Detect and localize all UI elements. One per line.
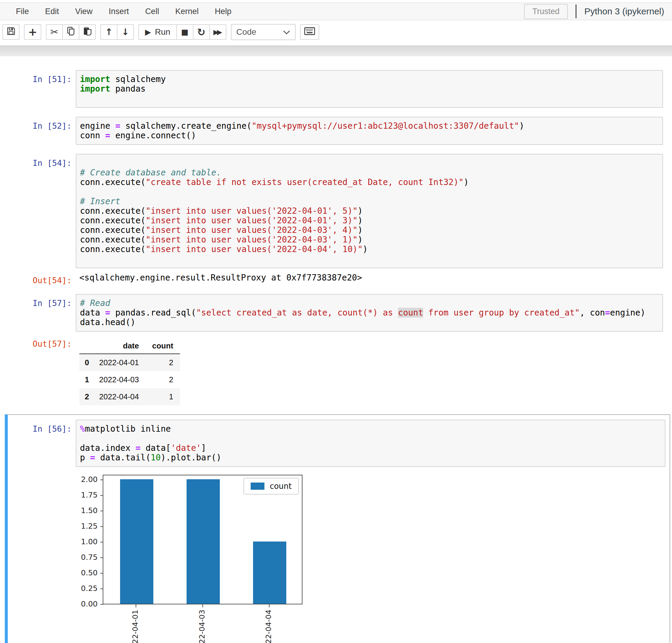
x-tick-label: 2022-04-03 xyxy=(197,610,206,643)
restart-icon: ↻ xyxy=(197,27,205,37)
code-line: conn = engine.connect() xyxy=(80,131,659,141)
kernel-divider xyxy=(576,4,576,18)
jupyter-notebook-app: File Edit View Insert Cell Kernel Help T… xyxy=(0,0,672,643)
command-palette-button[interactable] xyxy=(300,24,319,40)
menubar-right: Trusted Python 3 (ipykernel) xyxy=(524,4,664,19)
kernel-indicator: Python 3 (ipykernel) xyxy=(584,6,664,16)
code-cell-52[interactable]: In [52]: engine = sqlalchemy.create_engi… xyxy=(5,117,667,145)
code-cell-51[interactable]: In [51]: import sqlalchemyimport pandas xyxy=(5,70,667,108)
plot-area: count xyxy=(103,475,302,604)
play-icon: ▶ xyxy=(145,28,151,36)
input-prompt: In [56]: xyxy=(8,420,76,467)
save-button[interactable] xyxy=(2,24,20,40)
code-line xyxy=(80,187,659,197)
move-cell-down-button[interactable]: ↓ xyxy=(117,24,134,40)
code-line: conn.execute("insert into user values('2… xyxy=(80,235,659,245)
code-cell-54[interactable]: In [54]: # Create database and table.con… xyxy=(5,154,667,285)
input-prompt: In [54]: xyxy=(5,154,76,268)
legend-swatch xyxy=(251,483,264,490)
x-tick-label: 2022-04-04 xyxy=(264,610,273,643)
y-tick-mark xyxy=(100,589,103,589)
dataframe-table: datecount02022-04-01212022-04-03222022-0… xyxy=(79,339,180,405)
table-row: 22022-04-041 xyxy=(79,388,180,405)
legend-label: count xyxy=(270,482,292,490)
cell-type-select[interactable]: Code xyxy=(231,24,296,40)
paste-cell-button[interactable] xyxy=(79,24,96,40)
cell-type-value: Code xyxy=(236,27,256,37)
menu-view[interactable]: View xyxy=(67,7,100,16)
column-header: date xyxy=(93,339,145,354)
x-tick-mark xyxy=(202,604,203,607)
stop-icon: ■ xyxy=(181,28,189,36)
x-tick-mark xyxy=(136,604,136,607)
bar xyxy=(187,479,220,604)
code-cell-56-selected[interactable]: In [56]: %matplotlib inline data.index =… xyxy=(5,414,670,643)
y-tick-mark xyxy=(100,604,103,605)
code-editor[interactable]: import sqlalchemyimport pandas xyxy=(76,70,663,108)
chart-legend: count xyxy=(243,478,299,495)
menu-edit[interactable]: Edit xyxy=(37,7,68,16)
code-line: conn.execute("create table if not exists… xyxy=(80,178,659,187)
code-cell-57[interactable]: In [57]: # Readdata = pandas.read_sql("s… xyxy=(5,294,667,405)
y-tick-label: 1.50 xyxy=(71,506,98,515)
restart-kernel-button[interactable]: ↻ xyxy=(193,24,210,40)
move-cell-up-button[interactable]: ↑ xyxy=(100,24,117,40)
copy-cell-button[interactable] xyxy=(62,24,79,40)
y-tick-label: 1.00 xyxy=(71,537,98,546)
code-line: # Insert xyxy=(80,197,659,206)
run-button[interactable]: ▶ Run xyxy=(139,24,177,40)
y-tick-mark xyxy=(100,573,103,573)
y-tick-mark xyxy=(100,557,103,558)
arrow-up-icon: ↑ xyxy=(105,27,112,37)
result-proxy-output: <sqlalchemy.engine.result.ResultProxy at… xyxy=(76,271,667,285)
code-editor[interactable]: engine = sqlalchemy.create_engine("mysql… xyxy=(76,117,663,145)
y-tick-label: 0.50 xyxy=(71,569,98,577)
bar-chart-figure: count0.000.250.500.751.001.251.501.752.0… xyxy=(71,471,407,643)
menu-cell[interactable]: Cell xyxy=(137,7,167,16)
menu-insert[interactable]: Insert xyxy=(100,7,137,16)
bar xyxy=(120,479,153,604)
x-tick-mark xyxy=(269,604,269,607)
cut-cell-button[interactable]: ✂ xyxy=(46,24,63,40)
restart-run-all-button[interactable]: ▶▶ xyxy=(209,24,226,40)
menu-kernel[interactable]: Kernel xyxy=(167,7,207,16)
code-line: data.head() xyxy=(80,318,659,327)
code-line: # Create database and table. xyxy=(80,168,659,178)
y-tick-label: 1.75 xyxy=(71,490,98,499)
column-header: count xyxy=(145,339,180,354)
trusted-button[interactable]: Trusted xyxy=(524,4,568,19)
code-line: conn.execute("insert into user values('2… xyxy=(80,206,659,216)
y-tick-mark xyxy=(100,511,103,511)
notebook-container: In [51]: import sqlalchemyimport pandas … xyxy=(0,56,672,643)
copy-icon xyxy=(67,27,75,38)
y-tick-mark xyxy=(100,526,103,527)
input-prompt: In [57]: xyxy=(5,294,76,332)
code-editor[interactable]: %matplotlib inline data.index = data['da… xyxy=(76,420,665,467)
plus-icon: + xyxy=(28,27,37,37)
scissors-icon: ✂ xyxy=(50,27,58,37)
interrupt-kernel-button[interactable]: ■ xyxy=(176,24,193,40)
y-tick-mark xyxy=(100,495,103,496)
y-tick-label: 0.00 xyxy=(71,599,98,608)
input-prompt: In [51]: xyxy=(5,70,76,108)
input-prompt: In [52]: xyxy=(5,117,76,145)
chevron-down-icon xyxy=(283,27,290,37)
x-tick-label: 2022-04-01 xyxy=(131,610,140,643)
code-editor[interactable]: # Readdata = pandas.read_sql("select cre… xyxy=(76,294,663,332)
code-line: %matplotlib inline xyxy=(80,424,661,434)
y-tick-mark xyxy=(100,542,103,543)
menu-bar: File Edit View Insert Cell Kernel Help T… xyxy=(0,2,672,20)
arrow-down-icon: ↓ xyxy=(122,27,129,37)
code-line: data = pandas.read_sql("select created_a… xyxy=(80,308,659,318)
output-prompt: Out[54]: xyxy=(5,271,76,285)
menu-help[interactable]: Help xyxy=(207,7,240,16)
dataframe-output: datecount02022-04-01212022-04-03222022-0… xyxy=(76,335,667,405)
save-icon xyxy=(7,27,15,37)
y-tick-mark xyxy=(100,480,103,480)
bar xyxy=(253,542,286,604)
code-editor[interactable]: # Create database and table.conn.execute… xyxy=(76,154,663,268)
menu-file[interactable]: File xyxy=(8,7,37,16)
keyboard-icon xyxy=(304,27,315,37)
code-line xyxy=(80,158,659,168)
insert-cell-below-button[interactable]: + xyxy=(24,24,41,40)
